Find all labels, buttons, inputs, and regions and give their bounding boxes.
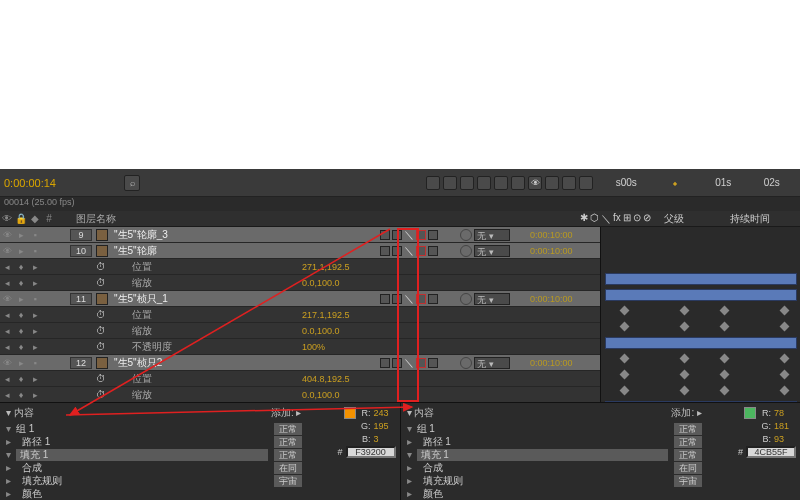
- stopwatch-icon[interactable]: ⏱: [96, 261, 106, 272]
- pickwhip-icon[interactable]: [460, 245, 472, 257]
- toolbar-icon-8[interactable]: [562, 176, 576, 190]
- toolbar-icon-4[interactable]: [477, 176, 491, 190]
- search-icon[interactable]: ⌕: [124, 175, 140, 191]
- parent-dropdown[interactable]: 无 ▾: [474, 293, 510, 305]
- toolbar-icon-2[interactable]: [443, 176, 457, 190]
- shape-item[interactable]: ▾填充 1正常: [407, 448, 703, 461]
- current-timecode[interactable]: 0:00:00:14: [4, 177, 94, 189]
- pickwhip-icon[interactable]: [460, 229, 472, 241]
- layer-row[interactable]: 👁▸▪12"生5"桢只2＼无 ▾0:00:10:00: [0, 355, 600, 371]
- stopwatch-icon[interactable]: ⏱: [96, 325, 106, 336]
- property-row[interactable]: ◂♦▸⏱缩放0.0,100.0: [0, 323, 600, 339]
- keyframe-icon[interactable]: [780, 306, 790, 316]
- shape-item[interactable]: ▸路径 1正常: [407, 435, 703, 448]
- contents-header[interactable]: ▾ 内容: [6, 406, 34, 420]
- col-duration[interactable]: 持续时间: [730, 212, 800, 226]
- property-row[interactable]: ◂♦▸⏱位置404.8,192.5: [0, 371, 600, 387]
- switches[interactable]: ＼: [380, 292, 460, 306]
- col-parent[interactable]: 父级: [660, 212, 730, 226]
- pickwhip-icon[interactable]: [460, 357, 472, 369]
- shy-icon[interactable]: 👁: [528, 176, 542, 190]
- toolbar-icon-6[interactable]: [511, 176, 525, 190]
- keyframe-icon[interactable]: [620, 354, 630, 364]
- parent-dropdown[interactable]: 无 ▾: [474, 245, 510, 257]
- keyframe-icon[interactable]: [620, 306, 630, 316]
- shape-item[interactable]: ▸填充规则宇宙: [407, 474, 703, 487]
- keyframe-icon[interactable]: [680, 370, 690, 380]
- layer-name[interactable]: "生5"桢只2: [112, 356, 380, 370]
- eye-toggle[interactable]: 👁: [0, 358, 14, 368]
- add-button[interactable]: 添加: ▸: [271, 406, 302, 420]
- layer-row[interactable]: 👁▸▪10"生5"轮廓＼无 ▾0:00:10:00: [0, 243, 600, 259]
- group-name[interactable]: 组 1: [16, 422, 34, 436]
- label-color[interactable]: [96, 293, 108, 305]
- blend-mode[interactable]: 正常: [274, 423, 302, 435]
- keyframe-icon[interactable]: [720, 306, 730, 316]
- keyframe-icon[interactable]: [720, 386, 730, 396]
- keyframe-icon[interactable]: [680, 386, 690, 396]
- stopwatch-icon[interactable]: ⏱: [96, 277, 106, 288]
- eye-toggle[interactable]: 👁: [0, 246, 14, 256]
- item-mode[interactable]: 宇宙: [674, 475, 702, 487]
- group-name[interactable]: 组 1: [417, 422, 435, 436]
- layer-bar[interactable]: [605, 401, 797, 402]
- pickwhip-icon[interactable]: [460, 293, 472, 305]
- blend-mode[interactable]: 正常: [674, 423, 702, 435]
- layer-row[interactable]: 👁▸▪11"生5"桢只_1＼无 ▾0:00:10:00: [0, 291, 600, 307]
- keyframe-icon[interactable]: [780, 370, 790, 380]
- b-value[interactable]: 3: [374, 434, 396, 444]
- keyframe-icon[interactable]: [720, 370, 730, 380]
- item-mode[interactable]: 正常: [674, 436, 702, 448]
- timeline-graph[interactable]: [600, 227, 800, 402]
- property-value[interactable]: 0.0,100.0: [302, 278, 380, 288]
- item-mode[interactable]: 宇宙: [274, 475, 302, 487]
- layer-name[interactable]: "生5"桢只_1: [112, 292, 380, 306]
- toolbar-icon-1[interactable]: [426, 176, 440, 190]
- property-row[interactable]: ◂♦▸⏱缩放0.0,100.0: [0, 275, 600, 291]
- stopwatch-icon[interactable]: ⏱: [96, 309, 106, 320]
- keyframe-icon[interactable]: [680, 354, 690, 364]
- keyframe-icon[interactable]: [620, 322, 630, 332]
- switches[interactable]: ＼: [380, 244, 460, 258]
- r-value[interactable]: 78: [774, 408, 796, 418]
- toolbar-icon-3[interactable]: [460, 176, 474, 190]
- add-button[interactable]: 添加: ▸: [671, 406, 702, 420]
- shape-item[interactable]: ▸颜色: [6, 487, 302, 500]
- layer-bar[interactable]: [605, 289, 797, 301]
- keyframe-icon[interactable]: [620, 386, 630, 396]
- r-value[interactable]: 243: [374, 408, 396, 418]
- item-mode[interactable]: 正常: [674, 449, 702, 461]
- parent-dropdown[interactable]: 无 ▾: [474, 229, 510, 241]
- item-mode[interactable]: 在同: [274, 462, 302, 474]
- stopwatch-icon[interactable]: ⏱: [96, 341, 106, 352]
- parent-dropdown[interactable]: 无 ▾: [474, 357, 510, 369]
- g-value[interactable]: 195: [374, 421, 396, 431]
- shape-item[interactable]: ▸合成在同: [407, 461, 703, 474]
- eye-toggle[interactable]: 👁: [0, 294, 14, 304]
- keyframe-icon[interactable]: [720, 322, 730, 332]
- contents-header[interactable]: ▾ 内容: [407, 406, 435, 420]
- keyframe-icon[interactable]: [620, 370, 630, 380]
- eye-toggle[interactable]: 👁: [0, 230, 14, 240]
- label-color[interactable]: [96, 245, 108, 257]
- toolbar-icon-9[interactable]: [579, 176, 593, 190]
- switches[interactable]: ＼: [380, 228, 460, 242]
- label-color[interactable]: [96, 357, 108, 369]
- item-mode[interactable]: 正常: [274, 436, 302, 448]
- shape-item[interactable]: ▾填充 1正常: [6, 448, 302, 461]
- col-source-name[interactable]: 图层名称: [70, 212, 580, 226]
- shape-item[interactable]: ▸路径 1正常: [6, 435, 302, 448]
- keyframe-icon[interactable]: [680, 306, 690, 316]
- shape-item[interactable]: ▸合成在同: [6, 461, 302, 474]
- layer-name[interactable]: "生5"轮廓_3: [112, 228, 380, 242]
- toolbar-icon-7[interactable]: [545, 176, 559, 190]
- label-color[interactable]: [96, 229, 108, 241]
- keyframe-icon[interactable]: [780, 322, 790, 332]
- stopwatch-icon[interactable]: ⏱: [96, 373, 106, 384]
- layer-name[interactable]: "生5"轮廓: [112, 244, 380, 258]
- property-row[interactable]: ◂♦▸⏱不透明度100%: [0, 339, 600, 355]
- keyframe-icon[interactable]: [780, 386, 790, 396]
- keyframe-icon[interactable]: [720, 354, 730, 364]
- hex-input[interactable]: [346, 446, 396, 458]
- toolbar-icon-5[interactable]: [494, 176, 508, 190]
